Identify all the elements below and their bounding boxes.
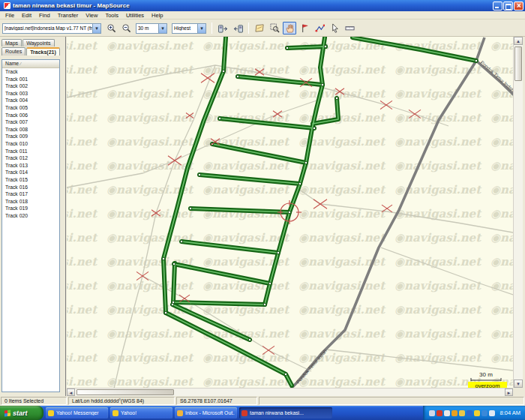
scroll-left-icon[interactable]: ◄ [67,388,75,396]
zoom-out-button[interactable] [119,22,133,34]
volume-icon[interactable] [489,410,495,416]
detail-level-combobox[interactable]: Highest [172,23,206,34]
watermark-text: ◉navigasi.net [394,231,482,244]
selection-tool-button[interactable] [328,22,341,34]
close-button[interactable] [514,2,524,10]
track-list-item[interactable]: Track 005 [2,104,59,112]
tray-icon[interactable] [436,410,442,416]
horizontal-scroll-thumb[interactable] [76,389,174,395]
track-list-item[interactable]: Track 008 [2,126,59,134]
track-list-item[interactable]: Track 009 [2,133,59,140]
measure-tool-button[interactable] [343,22,356,34]
track-list-item[interactable]: Track 017 [2,190,59,198]
tab-waypoints[interactable]: Waypoints [22,39,54,46]
toolbar: [navigasi.net]Indonesia Map v1.77 NT (fr… [0,20,525,37]
track-list-item[interactable]: Track 011 [2,148,59,155]
outlook-icon [177,410,183,416]
scale-label: 30 m [479,371,493,378]
zoom-scale-value: 30 m [136,26,158,31]
track-list-item[interactable]: Track 012 [2,154,59,162]
watermark-text: ◉navigasi.net [298,375,386,388]
map-horizontal-scrollbar[interactable]: ◄ ► [67,388,513,396]
watermark-text: ◉navigasi.net [106,39,194,52]
map-vertical-scrollbar[interactable]: ▲ ▼ [513,37,523,388]
tray-icon[interactable] [459,410,465,416]
track-list-item[interactable]: Track 014 [2,169,59,176]
send-to-device-button[interactable] [216,22,230,34]
tab-maps[interactable]: Maps [2,39,22,46]
map-select-tool-button[interactable] [253,22,266,34]
track-list-item[interactable]: Track 016 [2,184,59,191]
track-list-item[interactable]: Track 003 [2,90,59,98]
menu-find[interactable]: Find [35,12,54,19]
track-list-item[interactable]: Track 006 [2,112,59,119]
watermark-text: ◉navigasi.net [202,159,290,172]
track-list-item[interactable]: Track 007 [2,118,59,126]
tray-icon[interactable] [444,410,450,416]
tab-tracks[interactable]: Tracks(21) [26,47,60,56]
tab-routes[interactable]: Routes [2,47,26,56]
chevron-down-icon[interactable] [158,24,166,33]
menu-utilities[interactable]: Utilities [122,12,148,19]
taskbar-task[interactable]: Inbox - Microsoft Out... [175,407,237,418]
track-list-item[interactable]: Track 020 [2,212,59,220]
menu-edit[interactable]: Edit [18,12,35,19]
route-tool-button[interactable] [313,22,326,34]
track-list-item[interactable]: Track 018 [2,198,59,206]
watermark-text: ◉navigasi.net [106,279,194,292]
track-list-item[interactable]: Track 013 [2,162,59,170]
track-list-item[interactable]: Track 015 [2,176,59,184]
track-list-item[interactable]: Track 010 [2,140,59,148]
map-canvas[interactable]: ◉navigasi.net◉navigasi.net◉navigasi.net◉… [67,37,513,388]
menu-help[interactable]: Help [148,12,166,19]
menu-tools[interactable]: Tools [101,12,122,19]
watermark-text: ◉navigasi.net [106,207,194,220]
scroll-down-icon[interactable]: ▼ [514,380,523,388]
start-button[interactable]: start [0,406,44,420]
track-node [164,311,167,314]
track-node [248,338,251,341]
track-node [162,257,165,260]
vertical-scroll-thumb[interactable] [514,46,522,81]
taskbar-task[interactable]: taman nirwana bekasi... [239,407,332,418]
taskbar-clock[interactable]: 8:04 AM [500,410,520,416]
track-list-item[interactable]: Track 004 [2,97,59,104]
receive-from-device-button[interactable] [231,22,244,34]
watermark-text: ◉navigasi.net [394,135,482,148]
track-list-header[interactable]: Name ⁄ [2,60,59,68]
track-list-item[interactable]: Track 001 [2,76,59,83]
minimize-button[interactable] [493,2,502,10]
map-product-combobox[interactable]: [navigasi.net]Indonesia Map v1.77 NT (fr… [2,23,101,34]
track-list-item[interactable]: Track 002 [2,82,59,90]
chevron-down-icon[interactable] [197,24,206,33]
scroll-up-icon[interactable]: ▲ [514,37,523,45]
zoom-scale-combobox[interactable]: 30 m [136,23,167,34]
waypoint-tool-button[interactable] [298,22,311,34]
menu-transfer[interactable]: Transfer [54,12,82,19]
track-list-item[interactable]: Track [2,68,59,76]
taskbar: start Yahoo! MessengerYahoo!Inbox - Micr… [0,406,525,420]
taskbar-task[interactable]: Yahoo! Messenger [46,407,108,418]
tray-icon[interactable] [466,410,472,416]
tray-icon[interactable] [482,410,488,416]
chevron-down-icon[interactable] [92,24,100,33]
menu-file[interactable]: File [2,12,18,19]
watermark-text: ◉navigasi.net [394,159,482,172]
hand-tool-button[interactable] [283,22,296,34]
maximize-button[interactable] [503,2,513,10]
watermark-text: ◉navigasi.net [490,207,513,220]
tray-icon[interactable] [474,410,480,416]
taskbar-task[interactable]: Yahoo! [110,407,172,418]
zoom-tool-icon [270,23,280,33]
tray-icon[interactable] [429,410,435,416]
watermark-text: ◉navigasi.net [106,111,194,124]
menu-view[interactable]: View [82,12,101,19]
watermark-text: ◉navigasi.net [490,255,513,268]
scroll-right-icon[interactable]: ► [505,388,513,396]
track-list-item[interactable]: Track 019 [2,205,59,212]
track-node [475,59,478,62]
watermark-text: ◉navigasi.net [67,231,98,244]
tray-icon[interactable] [452,410,458,416]
zoom-tool-button[interactable] [268,22,281,34]
zoom-in-button[interactable] [104,22,118,34]
